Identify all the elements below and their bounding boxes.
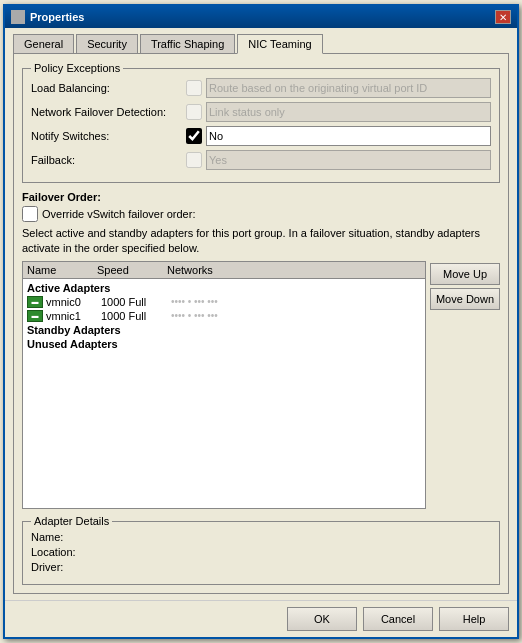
tab-bar: General Security Traffic Shaping NIC Tea… [13, 34, 509, 53]
main-content: General Security Traffic Shaping NIC Tea… [5, 28, 517, 600]
details-location-label: Location: [31, 546, 101, 558]
notify-switches-checkbox[interactable] [186, 128, 202, 144]
load-balancing-row: Load Balancing: Route based on the origi… [31, 78, 491, 98]
notify-switches-dropdown-wrapper: No Yes [206, 126, 491, 146]
notify-switches-label: Notify Switches: [31, 130, 186, 142]
failback-row: Failback: Yes [31, 150, 491, 170]
policy-exceptions-group: Policy Exceptions Load Balancing: Route … [22, 62, 500, 183]
adapter-name-vmnic1: vmnic1 [46, 310, 101, 322]
network-failover-checkbox[interactable] [186, 104, 202, 120]
failover-title: Failover Order: [22, 191, 500, 203]
network-failover-row: Network Failover Detection: Link status … [31, 102, 491, 122]
move-buttons: Move Up Move Down [430, 261, 500, 509]
network-failover-dropdown-wrapper: Link status only [206, 102, 491, 122]
adapter-table: Name Speed Networks Active Adapters ▬ vm… [22, 261, 426, 509]
override-label: Override vSwitch failover order: [42, 208, 195, 220]
tab-traffic-shaping[interactable]: Traffic Shaping [140, 34, 235, 53]
standby-adapters-label: Standby Adapters [23, 323, 425, 337]
adapter-speed-vmnic1: 1000 Full [101, 310, 171, 322]
adapter-speed-vmnic0: 1000 Full [101, 296, 171, 308]
override-checkbox[interactable] [22, 206, 38, 222]
adapter-area: Name Speed Networks Active Adapters ▬ vm… [22, 261, 500, 509]
unused-adapters-label: Unused Adapters [23, 337, 425, 351]
details-driver-row: Driver: [31, 561, 491, 573]
failover-order-section: Failover Order: Override vSwitch failove… [22, 191, 500, 585]
move-down-button[interactable]: Move Down [430, 288, 500, 310]
help-button[interactable]: Help [439, 607, 509, 631]
details-location-row: Location: [31, 546, 491, 558]
col-header-name: Name [23, 264, 93, 276]
col-header-speed: Speed [93, 264, 163, 276]
properties-window: Properties ✕ General Security Traffic Sh… [3, 4, 519, 639]
title-bar-left: Properties [11, 10, 84, 24]
details-name-row: Name: [31, 531, 491, 543]
title-bar: Properties ✕ [5, 6, 517, 28]
adapter-row-vmnic0[interactable]: ▬ vmnic0 1000 Full •••• • ••• ••• [23, 295, 425, 309]
load-balancing-dropdown-wrapper: Route based on the originating virtual p… [206, 78, 491, 98]
cancel-button[interactable]: Cancel [363, 607, 433, 631]
adapter-table-body: Active Adapters ▬ vmnic0 1000 Full •••• … [23, 279, 425, 508]
failback-dropdown-wrapper: Yes [206, 150, 491, 170]
window-title: Properties [30, 11, 84, 23]
nic-icon-vmnic0: ▬ [27, 296, 43, 308]
notify-switches-dropdown[interactable]: No Yes [206, 126, 491, 146]
tab-nic-teaming[interactable]: NIC Teaming [237, 34, 322, 54]
failback-label: Failback: [31, 154, 186, 166]
load-balancing-label: Load Balancing: [31, 82, 186, 94]
ok-button[interactable]: OK [287, 607, 357, 631]
notify-switches-row: Notify Switches: No Yes [31, 126, 491, 146]
override-row: Override vSwitch failover order: [22, 206, 500, 222]
details-driver-label: Driver: [31, 561, 101, 573]
close-button[interactable]: ✕ [495, 10, 511, 24]
tab-security[interactable]: Security [76, 34, 138, 53]
network-failover-dropdown: Link status only [206, 102, 491, 122]
adapter-name-vmnic0: vmnic0 [46, 296, 101, 308]
adapter-details-group: Adapter Details Name: Location: Driver: [22, 515, 500, 585]
failback-dropdown: Yes [206, 150, 491, 170]
tab-general[interactable]: General [13, 34, 74, 53]
policy-exceptions-legend: Policy Exceptions [31, 62, 123, 74]
adapter-details-legend: Adapter Details [31, 515, 112, 527]
active-adapters-label: Active Adapters [23, 281, 425, 295]
move-up-button[interactable]: Move Up [430, 263, 500, 285]
adapter-table-header: Name Speed Networks [23, 262, 425, 279]
network-failover-label: Network Failover Detection: [31, 106, 186, 118]
adapter-networks-vmnic0: •••• • ••• ••• [171, 296, 421, 307]
failback-checkbox[interactable] [186, 152, 202, 168]
adapter-networks-vmnic1: •••• • ••• ••• [171, 310, 421, 321]
window-icon [11, 10, 25, 24]
col-header-networks: Networks [163, 264, 425, 276]
failover-description: Select active and standby adapters for t… [22, 226, 500, 257]
nic-icon-vmnic1: ▬ [27, 310, 43, 322]
tab-content-nic-teaming: Policy Exceptions Load Balancing: Route … [13, 53, 509, 594]
load-balancing-dropdown: Route based on the originating virtual p… [206, 78, 491, 98]
bottom-bar: OK Cancel Help [5, 600, 517, 637]
details-name-label: Name: [31, 531, 101, 543]
adapter-row-vmnic1[interactable]: ▬ vmnic1 1000 Full •••• • ••• ••• [23, 309, 425, 323]
load-balancing-checkbox[interactable] [186, 80, 202, 96]
